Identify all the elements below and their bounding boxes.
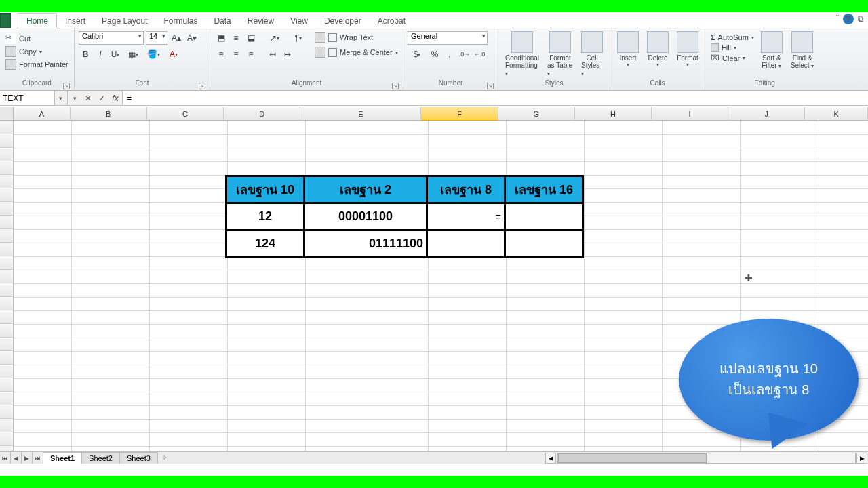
row-header-23[interactable]: [0, 419, 14, 432]
align-top-button[interactable]: ⬒: [214, 31, 228, 45]
comma-button[interactable]: ,: [443, 47, 456, 61]
cell-styles-button[interactable]: CellStyles ▾: [578, 31, 606, 77]
row-header-4[interactable]: [0, 161, 14, 175]
row-header-19[interactable]: [0, 365, 14, 378]
sheet-nav-first[interactable]: ⏮: [0, 452, 11, 464]
row-header-22[interactable]: [0, 405, 14, 419]
tab-acrobat[interactable]: Acrobat: [370, 14, 414, 28]
align-middle-button[interactable]: ≡: [229, 31, 243, 45]
cell-r1-base2[interactable]: 00001100: [304, 203, 427, 230]
col-header-F[interactable]: F: [421, 107, 498, 121]
sheet-tab-2[interactable]: Sheet2: [82, 452, 120, 464]
col-header-E[interactable]: E: [300, 107, 421, 121]
col-header-D[interactable]: D: [224, 107, 300, 121]
row-header-20[interactable]: [0, 378, 14, 392]
insert-cells-button[interactable]: Insert▾: [614, 31, 642, 68]
new-sheet-button[interactable]: ✧: [158, 452, 172, 464]
border-button[interactable]: ▦▾: [123, 47, 142, 61]
grow-font-button[interactable]: A▴: [170, 31, 183, 45]
find-select-button[interactable]: Find &Select ▾: [788, 31, 817, 69]
increase-indent-button[interactable]: ↦: [281, 47, 294, 61]
formula-input[interactable]: [123, 91, 868, 105]
fill-button[interactable]: Fill ▾: [709, 43, 755, 52]
row-header-8[interactable]: [0, 216, 14, 229]
cell-r2-base10[interactable]: 124: [226, 230, 304, 258]
row-header-9[interactable]: [0, 229, 14, 243]
col-header-B[interactable]: B: [71, 107, 147, 121]
format-cells-button[interactable]: Format▾: [674, 31, 701, 68]
row-header-17[interactable]: [0, 338, 14, 351]
col-header-C[interactable]: C: [147, 107, 224, 121]
file-tab[interactable]: [0, 13, 11, 28]
tab-data[interactable]: Data: [205, 14, 239, 28]
number-launcher[interactable]: ↘: [487, 83, 494, 89]
hscroll-right[interactable]: ▶: [856, 453, 867, 464]
row-header-21[interactable]: [0, 392, 14, 405]
formula-dropdown-icon[interactable]: ▾: [68, 95, 81, 102]
cut-button[interactable]: ✂Cut: [4, 33, 70, 45]
worksheet-grid[interactable]: ABCDEFGHIJK เลขฐาน 10 เลขฐาน 2 เลขฐาน 8 …: [0, 107, 868, 464]
decrease-indent-button[interactable]: ↤: [266, 47, 279, 61]
help-icon[interactable]: ?: [843, 14, 854, 24]
row-header-2[interactable]: [0, 134, 14, 148]
hscroll-thumb[interactable]: [558, 453, 707, 463]
align-left-button[interactable]: ≡: [214, 47, 228, 61]
align-center-button[interactable]: ≡: [229, 47, 243, 61]
tab-formulas[interactable]: Formulas: [155, 14, 205, 28]
bold-button[interactable]: B: [79, 47, 92, 61]
col-header-G[interactable]: G: [498, 107, 575, 121]
cell-r2-base8[interactable]: [427, 230, 505, 258]
sheet-nav-next[interactable]: ▶: [22, 452, 33, 464]
tab-home[interactable]: Home: [18, 13, 57, 28]
minimize-ribbon-icon[interactable]: ˇ: [836, 14, 839, 24]
font-launcher[interactable]: ↘: [199, 83, 205, 89]
name-box-dropdown[interactable]: ▾: [54, 91, 66, 106]
cell-r2-base2[interactable]: 01111100: [304, 230, 427, 258]
fill-color-button[interactable]: 🪣▾: [144, 47, 163, 61]
col-header-A[interactable]: A: [14, 107, 71, 121]
italic-button[interactable]: I: [94, 47, 107, 61]
tab-review[interactable]: Review: [239, 14, 282, 28]
copy-button[interactable]: Copy ▾: [4, 45, 70, 58]
tab-developer[interactable]: Developer: [316, 14, 370, 28]
sheet-tab-3[interactable]: Sheet3: [120, 452, 158, 464]
row-header-24[interactable]: [0, 432, 14, 446]
autosum-button[interactable]: Σ AutoSum ▾: [709, 33, 755, 42]
col-header-K[interactable]: K: [805, 107, 868, 121]
format-as-table-button[interactable]: Formatas Table ▾: [545, 31, 576, 77]
row-header-15[interactable]: [0, 310, 14, 324]
cell-r1-base8-editing[interactable]: =: [427, 203, 505, 230]
row-header-10[interactable]: [0, 243, 14, 256]
hscroll-left[interactable]: ◀: [545, 453, 556, 464]
merge-center-button[interactable]: Merge & Center ▾: [313, 46, 399, 58]
fx-icon[interactable]: fx: [108, 94, 122, 103]
font-size-select[interactable]: 14: [146, 31, 167, 45]
cell-r1-base16[interactable]: [505, 203, 583, 230]
row-header-6[interactable]: [0, 188, 14, 202]
clear-button[interactable]: ⌧ Clear ▾: [709, 53, 755, 63]
row-header-7[interactable]: [0, 202, 14, 216]
window-restore-icon[interactable]: ⧉: [858, 14, 864, 24]
col-header-H[interactable]: H: [575, 107, 652, 121]
col-header-J[interactable]: J: [728, 107, 805, 121]
name-box[interactable]: ▾: [0, 91, 68, 105]
align-right-button[interactable]: ≡: [244, 47, 258, 61]
text-direction-button[interactable]: ¶▾: [292, 31, 305, 45]
font-color-button[interactable]: A▾: [164, 47, 183, 61]
row-header-3[interactable]: [0, 148, 14, 161]
sheet-nav-last[interactable]: ⏭: [33, 452, 43, 464]
currency-button[interactable]: $▾: [408, 47, 427, 61]
sheet-nav-prev[interactable]: ◀: [11, 452, 22, 464]
sort-filter-button[interactable]: Sort &Filter ▾: [758, 31, 785, 69]
alignment-launcher[interactable]: ↘: [392, 83, 399, 89]
row-header-12[interactable]: [0, 270, 14, 283]
font-name-select[interactable]: Calibri: [79, 31, 144, 45]
row-header-13[interactable]: [0, 283, 14, 297]
select-all-button[interactable]: [0, 107, 14, 121]
align-bottom-button[interactable]: ⬓: [244, 31, 258, 45]
underline-button[interactable]: U▾: [108, 47, 122, 61]
delete-cells-button[interactable]: Delete▾: [644, 31, 671, 68]
conditional-formatting-button[interactable]: ConditionalFormatting ▾: [502, 31, 542, 77]
tab-page-layout[interactable]: Page Layout: [94, 14, 155, 28]
tab-view[interactable]: View: [282, 14, 316, 28]
